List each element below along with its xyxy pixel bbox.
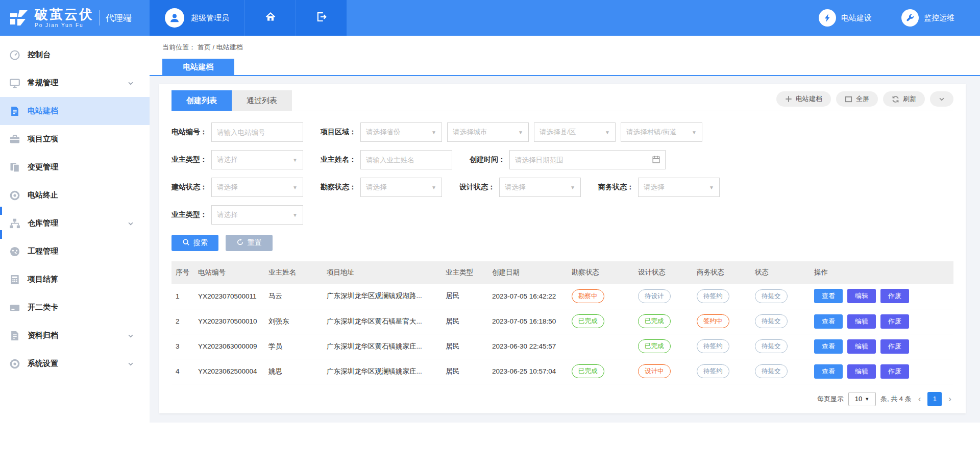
view-button[interactable]: 查看 xyxy=(814,339,843,354)
header-link-label: 监控运维 xyxy=(924,13,954,23)
toolbar-button-2[interactable]: 刷新 xyxy=(883,91,925,107)
sidebar-item-label: 工程管理 xyxy=(28,246,58,256)
filter-field: 商务状态：请选择▼ xyxy=(598,178,720,197)
table-row: 4YX2023062500004姚思广东深圳龙华区观澜镇姚家庄...居民2023… xyxy=(172,359,953,384)
void-button[interactable]: 作废 xyxy=(880,314,909,329)
chevron-down-icon: ▼ xyxy=(431,185,436,190)
column-header: 状态 xyxy=(751,261,810,284)
cell-actions: 查看编辑作废 xyxy=(810,359,953,384)
page-tab[interactable]: 电站建档 xyxy=(162,59,234,75)
header-link-1[interactable]: 监控运维 xyxy=(901,9,954,27)
page-number-button[interactable]: 1 xyxy=(927,392,942,406)
void-button[interactable]: 作废 xyxy=(880,364,909,379)
filter-select[interactable]: 请选择▼ xyxy=(638,178,720,197)
filter-select[interactable]: 请选择▼ xyxy=(499,178,581,197)
cell-address: 广东深圳龙华区黄石镇姚家庄... xyxy=(323,334,442,359)
column-header: 业主姓名 xyxy=(264,261,323,284)
pagination-suffix: 条, 共 4 条 xyxy=(880,394,912,404)
prev-page-button[interactable]: ‹ xyxy=(916,394,923,404)
sidebar-item-11[interactable]: 系统设置 xyxy=(0,350,150,378)
breadcrumb-path[interactable]: 首页 / 电站建档 xyxy=(198,43,243,52)
main-layout: 控制台常规管理电站建档项目立项变更管理电站终止仓库管理工程管理项目结算开二类卡资… xyxy=(0,36,980,469)
filter-select[interactable]: 请选择县/区▼ xyxy=(534,122,616,142)
filter-select[interactable]: 请选择▼ xyxy=(211,150,303,169)
edit-button[interactable]: 编辑 xyxy=(847,289,876,303)
avatar-icon xyxy=(165,8,184,28)
sidebar-item-9[interactable]: 开二类卡 xyxy=(0,293,150,322)
edit-button[interactable]: 编辑 xyxy=(847,364,876,379)
per-page-select[interactable]: 10 ▼ xyxy=(848,392,876,406)
table-row: 3YX2023063000009学员广东深圳龙华区黄石镇姚家庄...居民2023… xyxy=(172,334,953,359)
column-header: 操作 xyxy=(810,261,953,284)
void-button[interactable]: 作废 xyxy=(880,339,909,354)
view-button[interactable]: 查看 xyxy=(814,314,843,329)
logo-title: 破茧云伏 xyxy=(35,8,94,21)
sidebar-item-7[interactable]: 工程管理 xyxy=(0,237,150,265)
header-link-0[interactable]: 电站建设 xyxy=(819,9,872,27)
sidebar-scrollbar-thumb[interactable] xyxy=(0,230,2,239)
filter-label: 业主类型： xyxy=(172,210,207,219)
filter-field: 建站状态：请选择▼ xyxy=(172,178,303,197)
cell-station-no: YX2023062500004 xyxy=(194,359,264,384)
filter-select[interactable]: 请选择村镇/街道▼ xyxy=(621,122,702,142)
edit-button[interactable]: 编辑 xyxy=(847,314,876,329)
status-badge: 勘察中 xyxy=(572,289,604,303)
logout-button[interactable] xyxy=(296,0,347,36)
sidebar-item-3[interactable]: 项目立项 xyxy=(0,125,150,153)
row-index: 2 xyxy=(172,309,194,334)
sidebar-item-2[interactable]: 电站建档 xyxy=(0,97,150,125)
chevron-down-icon: ▼ xyxy=(865,397,869,402)
tab-1[interactable]: 通过列表 xyxy=(232,90,292,111)
filter-select[interactable]: 请选择省份▼ xyxy=(360,122,442,142)
row-index: 4 xyxy=(172,359,194,384)
cell-owner-type: 居民 xyxy=(442,284,488,309)
copy-icon xyxy=(9,161,21,174)
filter-text-input[interactable] xyxy=(360,150,452,169)
search-button[interactable]: 搜索 xyxy=(172,235,218,251)
filter-text-input[interactable] xyxy=(211,122,303,142)
status-badge: 待提交 xyxy=(755,364,788,378)
sidebar-item-6[interactable]: 仓库管理 xyxy=(0,209,150,237)
select-placeholder: 请选择村镇/街道 xyxy=(626,128,676,137)
sidebar-item-4[interactable]: 变更管理 xyxy=(0,153,150,181)
tab-0[interactable]: 创建列表 xyxy=(172,90,232,111)
cell-station-no: YX2023063000009 xyxy=(194,334,264,359)
filter-select[interactable]: 请选择城市▼ xyxy=(447,122,529,142)
sidebar-item-8[interactable]: 项目结算 xyxy=(0,265,150,293)
sidebar-item-label: 常规管理 xyxy=(28,78,58,88)
view-button[interactable]: 查看 xyxy=(814,364,843,379)
date-range-input[interactable] xyxy=(510,151,665,169)
toolbar-button-1[interactable]: 全屏 xyxy=(836,91,878,107)
filter-label: 业主类型： xyxy=(172,155,207,164)
home-button[interactable] xyxy=(244,0,296,36)
filter-select[interactable]: 请选择▼ xyxy=(211,205,303,225)
breadcrumb: 当前位置： 首页 / 电站建档 xyxy=(150,36,980,59)
filter-label: 业主姓名： xyxy=(321,155,356,164)
filter-field: 项目区域：请选择省份▼请选择城市▼请选择县/区▼请选择村镇/街道▼ xyxy=(321,122,702,142)
cell-business-status: 待签约 xyxy=(693,284,751,309)
card-icon xyxy=(9,302,21,314)
sidebar-item-0[interactable]: 控制台 xyxy=(0,41,150,69)
cell-design-status: 待设计 xyxy=(634,284,693,309)
sidebar-item-5[interactable]: 电站终止 xyxy=(0,181,150,209)
toolbar-button-3[interactable] xyxy=(930,91,953,107)
filter-select[interactable]: 请选择▼ xyxy=(360,178,442,197)
pagination: 每页显示 10 ▼ 条, 共 4 条 ‹ 1 › xyxy=(172,384,953,406)
status-badge: 已完成 xyxy=(572,364,604,378)
sidebar-item-10[interactable]: 资料归档 xyxy=(0,322,150,350)
next-page-button[interactable]: › xyxy=(946,394,953,404)
edit-button[interactable]: 编辑 xyxy=(847,339,876,354)
user-menu[interactable]: 超级管理员 xyxy=(150,0,244,36)
filter-label: 创建时间： xyxy=(470,155,505,164)
cell-owner-name: 姚思 xyxy=(264,359,323,384)
select-placeholder: 请选择 xyxy=(644,183,665,192)
filter-select[interactable]: 请选择▼ xyxy=(211,178,303,197)
content-area: 当前位置： 首页 / 电站建档 电站建档 创建列表通过列表 电站建档全屏刷新 电… xyxy=(150,36,980,469)
plus-icon xyxy=(785,95,792,103)
toolbar-button-0[interactable]: 电站建档 xyxy=(776,91,831,107)
sidebar-scrollbar-thumb[interactable] xyxy=(0,207,2,215)
reset-button[interactable]: 重置 xyxy=(226,235,273,251)
void-button[interactable]: 作废 xyxy=(880,289,909,303)
sidebar-item-1[interactable]: 常规管理 xyxy=(0,69,150,97)
view-button[interactable]: 查看 xyxy=(814,289,843,303)
